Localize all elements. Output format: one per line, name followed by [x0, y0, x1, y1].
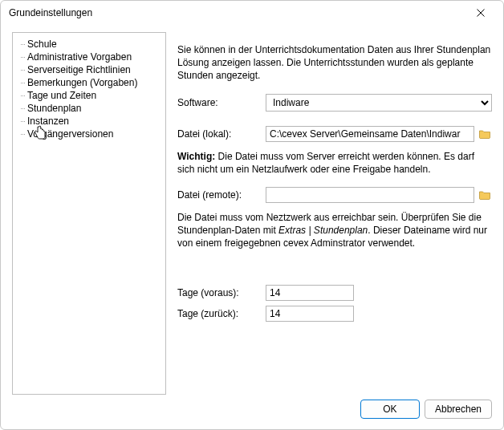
nav-item-server-richtlinien[interactable]: Serverseitige Richtlinien — [13, 63, 165, 76]
intro-text: Sie können in der Unterrichtsdokumentati… — [177, 43, 492, 83]
cancel-button[interactable]: Abbrechen — [425, 400, 492, 419]
days-ahead-label: Tage (voraus): — [177, 287, 266, 298]
software-label: Software: — [177, 97, 266, 108]
nav-item-stundenplan[interactable]: Stundenplan — [13, 102, 165, 115]
nav-tree: Schule Administrative Vorgaben Serversei… — [12, 32, 166, 395]
nav-item-label: Stundenplan — [27, 103, 81, 114]
dialog-footer: OK Abbrechen — [1, 398, 503, 429]
note-local: Wichtig: Die Datei muss vom Server errei… — [177, 150, 492, 176]
nav-item-label: Vorgängerversionen — [27, 128, 113, 140]
folder-icon — [479, 129, 490, 139]
close-button[interactable] — [466, 2, 495, 24]
svg-line-0 — [478, 10, 485, 17]
content-pane: Sie können in der Unterrichtsdokumentati… — [177, 32, 492, 395]
software-select[interactable]: Indiware — [266, 94, 492, 112]
dialog-window: Grundeinstellungen Schule Administrative… — [0, 0, 504, 430]
note-local-rest: Die Datei muss vom Server erreicht werde… — [177, 151, 474, 175]
nav-item-label: Serverseitige Richtlinien — [27, 64, 131, 75]
days-back-input[interactable] — [266, 306, 354, 322]
days-back-label: Tage (zurück): — [177, 308, 266, 319]
file-remote-input[interactable] — [266, 187, 474, 203]
file-local-browse-button[interactable] — [478, 127, 492, 141]
nav-item-vorgaengerversionen[interactable]: Vorgängerversionen — [13, 128, 165, 140]
nav-item-label: Instanzen — [27, 116, 69, 127]
nav-item-tage-zeiten[interactable]: Tage und Zeiten — [13, 89, 165, 102]
note-remote-em: Extras | Stundenplan — [278, 225, 368, 236]
folder-icon — [479, 190, 490, 200]
note-local-strong: Wichtig: — [177, 151, 215, 162]
svg-line-1 — [478, 10, 485, 17]
file-remote-label: Datei (remote): — [177, 189, 266, 201]
nav-item-schule[interactable]: Schule — [13, 38, 165, 51]
nav-item-admin-vorgaben[interactable]: Administrative Vorgaben — [13, 51, 165, 63]
nav-item-label: Tage und Zeiten — [27, 90, 96, 101]
file-remote-browse-button[interactable] — [478, 188, 492, 202]
ok-button[interactable]: OK — [360, 400, 420, 419]
nav-item-label: Schule — [27, 39, 57, 50]
nav-item-label: Administrative Vorgaben — [27, 51, 132, 63]
nav-item-bemerkungen[interactable]: Bemerkungen (Vorgaben) — [13, 76, 165, 89]
note-remote: Die Datei muss vom Neztzwerk aus erreich… — [177, 211, 492, 250]
nav-item-instanzen[interactable]: Instanzen — [13, 115, 165, 128]
titlebar: Grundeinstellungen — [1, 1, 503, 26]
nav-item-label: Bemerkungen (Vorgaben) — [27, 77, 137, 88]
file-local-input[interactable] — [266, 126, 474, 142]
close-icon — [477, 9, 485, 17]
window-title: Grundeinstellungen — [9, 7, 466, 18]
days-ahead-input[interactable] — [266, 285, 354, 301]
file-local-label: Datei (lokal): — [177, 128, 266, 140]
